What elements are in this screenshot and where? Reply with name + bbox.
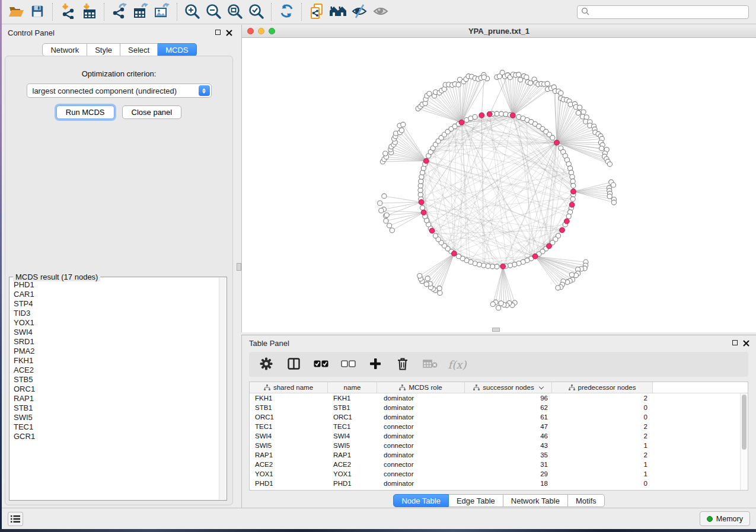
network-node[interactable] [390,228,394,233]
network-node[interactable] [486,264,490,268]
network-node[interactable] [384,213,389,217]
network-node[interactable] [419,179,423,184]
run-mcds-button[interactable]: Run MCDS [56,105,114,119]
network-node[interactable] [387,223,392,228]
select-all-button[interactable] [313,357,328,372]
network-window-titlebar[interactable]: YPA_prune.txt_1 [242,25,756,38]
mcds-result-item[interactable]: TID3 [14,309,218,318]
zoom-fit-button[interactable] [225,2,244,21]
network-node[interactable] [607,194,612,198]
mcds-result-item[interactable]: CAR1 [14,290,218,299]
network-node[interactable] [576,110,580,115]
network-node[interactable] [508,263,512,268]
refresh-view-button[interactable] [277,2,296,21]
table-scrollbar-thumb[interactable] [742,395,747,450]
table-row[interactable]: STB1STB1dominator620 [250,403,748,412]
tab-motifs[interactable]: Motifs [568,494,605,507]
optimization-criterion-select[interactable]: largest connected component (undirected) [27,84,212,98]
mcds-result-item[interactable]: RAP1 [14,394,218,403]
table-row[interactable]: FKH1FKH1dominator962 [250,393,748,403]
network-node[interactable] [456,254,461,259]
memory-button[interactable]: Memory [700,511,750,526]
network-node[interactable] [516,72,521,77]
window-zoom-light[interactable] [269,28,275,34]
export-network-button[interactable] [110,2,129,21]
delete-table-button[interactable] [422,357,438,372]
network-node[interactable] [424,282,429,287]
mcds-result-item[interactable]: SWI5 [14,413,218,422]
network-node[interactable] [419,174,424,179]
float-table-panel-button[interactable] [732,340,738,345]
network-node[interactable] [545,81,550,86]
close-panel-button[interactable] [226,29,232,36]
network-node[interactable] [569,273,574,277]
toggle-columns-button[interactable] [286,357,301,372]
network-node[interactable] [556,286,560,290]
houses-button[interactable] [328,2,347,21]
export-table-button[interactable] [131,2,150,21]
network-node[interactable] [578,105,582,110]
import-table-button[interactable] [79,2,98,21]
network-splitter-handle[interactable] [492,328,500,332]
save-session-button[interactable] [28,2,47,21]
network-node[interactable] [490,302,495,306]
table-row[interactable]: ACE2ACE2connector311 [250,460,748,469]
network-node[interactable] [570,174,575,179]
mcds-result-item[interactable]: ACE2 [14,366,218,375]
network-node[interactable] [382,194,387,198]
table-row[interactable]: RAP1RAP1dominator352 [250,450,748,460]
tab-edge-table[interactable]: Edge Table [449,494,503,507]
mcds-result-scrollbar[interactable] [219,278,226,499]
column-header-predecessor-nodes[interactable]: predecessor nodes [552,382,653,393]
network-node[interactable] [571,183,576,188]
network-node[interactable] [584,115,589,120]
network-node[interactable] [456,82,461,87]
network-node[interactable] [417,274,422,278]
network-node[interactable] [570,197,575,201]
mcds-hub-node[interactable] [500,264,506,269]
mcds-result-item[interactable]: PHD1 [14,280,218,290]
tab-mcds[interactable]: MCDS [158,43,196,56]
table-row[interactable]: YOX1YOX1connector291 [250,469,748,479]
float-panel-button[interactable] [215,30,221,35]
table-row[interactable]: TEC1TEC1connector472 [250,422,748,431]
network-node[interactable] [581,110,586,114]
network-node[interactable] [611,200,616,205]
mcds-result-item[interactable]: GCR1 [14,432,218,441]
mcds-result-item[interactable]: ORC1 [14,384,218,394]
mcds-hub-node[interactable] [419,200,424,205]
mcds-hub-node[interactable] [459,120,464,125]
table-scrollbar[interactable] [740,393,748,490]
export-image-button[interactable] [152,2,171,21]
network-node[interactable] [503,112,508,117]
close-mcds-panel-button[interactable]: Close panel [122,105,182,119]
table-row[interactable]: SWI5SWI5connector431 [250,441,748,450]
network-node[interactable] [496,306,501,310]
mcds-result-item[interactable]: YOX1 [14,318,218,328]
network-node[interactable] [384,219,388,223]
import-network-button[interactable] [58,2,77,21]
tab-node-table[interactable]: Node Table [393,494,449,507]
network-node[interactable] [401,122,406,127]
mcds-result-item[interactable]: PMA2 [14,347,218,356]
network-node[interactable] [420,206,425,210]
network-node[interactable] [607,162,612,166]
function-builder-button[interactable]: f(x) [449,357,465,372]
network-node[interactable] [473,114,477,119]
mcds-result-item[interactable]: TEC1 [14,422,218,432]
table-settings-button[interactable] [259,357,274,372]
mcds-hub-node[interactable] [560,227,565,233]
mcds-result-item[interactable]: STP4 [14,299,218,309]
mcds-hub-node[interactable] [532,254,538,259]
mcds-hub-node[interactable] [554,140,560,145]
hide-details-button[interactable] [350,2,369,21]
tab-network-table[interactable]: Network Table [503,494,568,507]
network-node[interactable] [378,201,382,206]
mcds-hub-node[interactable] [487,111,492,117]
mcds-hub-node[interactable] [451,251,457,257]
mcds-hub-node[interactable] [510,113,515,118]
tab-select[interactable]: Select [120,43,158,56]
window-close-light[interactable] [247,28,254,34]
table-row[interactable]: PHD1PHD1dominator180 [250,479,748,488]
network-node[interactable] [399,128,404,133]
